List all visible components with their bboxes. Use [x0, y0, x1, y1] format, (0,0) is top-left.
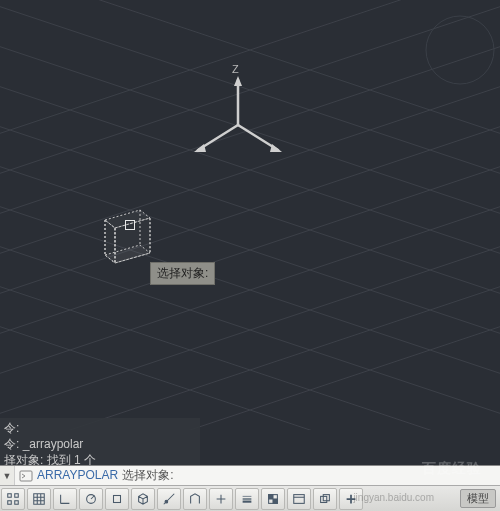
svg-line-19 [0, 0, 500, 150]
transparency-button[interactable] [261, 488, 285, 510]
svg-rect-46 [294, 494, 305, 503]
svg-rect-39 [15, 500, 19, 504]
axis-z-label: Z [232, 63, 239, 75]
dynamic-input-tooltip: 选择对象: [150, 262, 215, 285]
osnap-3d-button[interactable] [131, 488, 155, 510]
quick-properties-button[interactable] [287, 488, 311, 510]
grid-mode-button[interactable] [27, 488, 51, 510]
ortho-mode-button[interactable] [53, 488, 77, 510]
svg-line-18 [0, 0, 500, 190]
selection-cycling-button[interactable] [313, 488, 337, 510]
svg-line-8 [0, 0, 500, 190]
lineweight-button[interactable] [235, 488, 259, 510]
ground-grid [0, 0, 500, 430]
svg-rect-36 [8, 493, 12, 497]
workspace-tab-model[interactable]: 模型 [460, 489, 496, 508]
svg-line-10 [0, 30, 500, 230]
svg-marker-32 [105, 220, 115, 263]
svg-rect-41 [114, 495, 121, 502]
svg-rect-45 [273, 499, 277, 503]
dynamic-input-button[interactable] [209, 488, 233, 510]
command-line[interactable]: ▼ ARRAYPOLAR 选择对象: [0, 465, 500, 485]
otrack-button[interactable] [157, 488, 181, 510]
command-active-keyword: ARRAYPOLAR [37, 468, 118, 482]
command-history-dropdown[interactable]: ▼ [0, 466, 15, 485]
history-line: 令: _arraypolar [4, 436, 196, 452]
command-prompt-icon [18, 468, 34, 484]
annotation-monitor-button[interactable] [339, 488, 363, 510]
svg-point-34 [426, 16, 494, 84]
polar-tracking-button[interactable] [79, 488, 103, 510]
tooltip-text: 选择对象: [157, 266, 208, 280]
svg-point-42 [165, 500, 168, 503]
command-prompt-text: 选择对象: [122, 467, 173, 484]
osnap-button[interactable] [105, 488, 129, 510]
drawing-viewport[interactable]: Z 选择对象: [0, 0, 500, 430]
svg-rect-37 [15, 493, 19, 497]
svg-line-14 [0, 190, 500, 390]
svg-rect-35 [20, 471, 32, 481]
command-history: 令: 令: _arraypolar 择对象: 找到 1 个 [0, 418, 200, 470]
snap-mode-button[interactable] [1, 488, 25, 510]
svg-rect-44 [269, 494, 273, 498]
svg-line-16 [0, 270, 500, 430]
svg-marker-23 [234, 76, 242, 86]
svg-line-9 [0, 0, 500, 150]
svg-marker-25 [270, 144, 282, 152]
ducs-button[interactable] [183, 488, 207, 510]
svg-line-12 [0, 110, 500, 310]
command-prompt[interactable]: ARRAYPOLAR 选择对象: [37, 467, 173, 484]
svg-line-6 [0, 270, 500, 430]
cursor-pickbox [125, 220, 135, 230]
svg-line-15 [0, 230, 500, 430]
history-line: 令: [4, 420, 196, 436]
svg-line-13 [0, 150, 500, 350]
status-bar: 模型 [0, 485, 500, 511]
svg-line-11 [0, 70, 500, 270]
svg-rect-38 [8, 500, 12, 504]
